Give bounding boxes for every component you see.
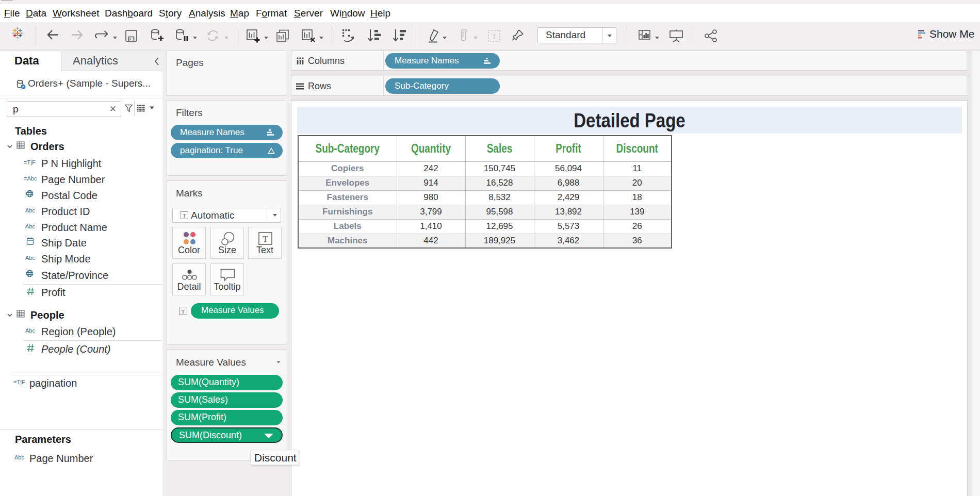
svg-text:T: T bbox=[492, 32, 496, 40]
svg-text:T: T bbox=[183, 213, 186, 219]
svg-text:T: T bbox=[263, 234, 268, 244]
svg-text:T: T bbox=[181, 308, 185, 315]
